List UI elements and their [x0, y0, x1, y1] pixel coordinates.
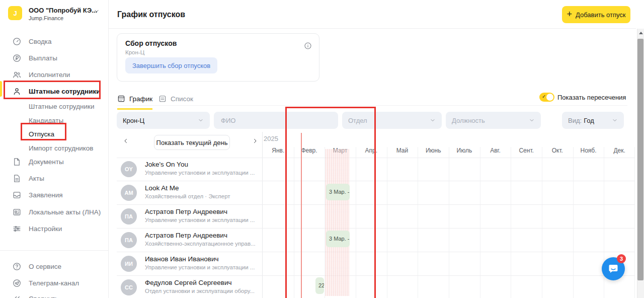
- sidebar-item-about[interactable]: О сервисе: [0, 259, 108, 274]
- vertical-scrollbar-thumb[interactable]: [637, 39, 643, 280]
- employee-row[interactable]: СС Федулов Сергей Сергеевич Отдел устано…: [117, 276, 635, 298]
- month-label: Май: [387, 147, 418, 158]
- card-title: Сбор отпусков: [125, 39, 177, 47]
- vacation-schedule-page: J ООО "Попробуй КЭ... Jump.Finance Сводк…: [0, 0, 644, 298]
- employee-department: Хозяйственный отдел · Эксперт: [145, 193, 230, 199]
- sidebar: J ООО "Попробуй КЭ... Jump.Finance Сводк…: [0, 0, 109, 298]
- employee-department: Управление установки и эксплуатации ...: [145, 264, 255, 270]
- sidebar-item-payouts[interactable]: Выплаты: [0, 50, 108, 66]
- add-vacation-button[interactable]: + Добавить отпуск: [562, 6, 630, 23]
- month-label: Авг.: [480, 147, 511, 158]
- ruble-icon: [12, 53, 22, 63]
- vacation-badge[interactable]: 3 Мар. - 2: [326, 231, 350, 247]
- card-subtitle: Крон-Ц: [125, 49, 144, 55]
- intersections-toggle[interactable]: ✓: [539, 93, 554, 102]
- sliders-icon: [12, 224, 22, 234]
- next-period-button[interactable]: [252, 137, 259, 144]
- telegram-icon: [12, 278, 22, 288]
- page-title: График отпусков: [117, 10, 185, 19]
- avatar: СС: [121, 279, 137, 295]
- toggle-knob: [546, 94, 553, 101]
- employee-row[interactable]: ИИ Иванов Иван Иванович Управление устан…: [117, 252, 635, 276]
- month-label: Дек.: [604, 147, 635, 158]
- prev-period-button[interactable]: [122, 137, 129, 144]
- employee-row[interactable]: AM Look At Me Хозяйственный отдел · Эксп…: [117, 181, 635, 205]
- sidebar-item-applications[interactable]: Заявления: [0, 187, 108, 203]
- employee-row[interactable]: ПА Астратов Петр Андреевич Управление ус…: [117, 205, 635, 229]
- employee-department: Управление установки и эксплуатации ...: [145, 170, 255, 176]
- month-label: Янв.: [263, 147, 294, 158]
- avatar: ПА: [121, 232, 137, 248]
- tab-schedule[interactable]: График: [117, 92, 152, 110]
- chevron-down-icon: [529, 117, 535, 123]
- avatar: OY: [121, 161, 137, 177]
- fio-input[interactable]: [220, 116, 332, 125]
- scrollbar-up-arrow[interactable]: [639, 32, 643, 34]
- chevron-down-icon: [612, 117, 618, 123]
- sidebar-item-contractors[interactable]: Исполнители: [0, 67, 108, 83]
- fio-filter-field[interactable]: [214, 112, 338, 129]
- tab-list[interactable]: Список: [158, 92, 193, 110]
- avatar: ПА: [121, 208, 137, 225]
- calendar-grid-icon: [117, 95, 125, 103]
- avatar: ИИ: [121, 256, 137, 272]
- position-filter-select[interactable]: Должность: [446, 112, 541, 129]
- vacation-collection-card: Сбор отпусков Крон-Ц Завершить сбор отпу…: [117, 33, 319, 82]
- person-icon: [12, 87, 22, 97]
- sidebar-item-telegram-channel[interactable]: Телеграм-канал: [0, 275, 108, 291]
- vacation-badge[interactable]: 3 Мар. - 2: [326, 184, 350, 200]
- sidebar-item-summary[interactable]: Сводка: [0, 34, 108, 49]
- employee-row[interactable]: OY Joke's On You Управление установки и …: [117, 158, 635, 181]
- company-filter-select[interactable]: Крон-Ц: [117, 112, 210, 129]
- month-label: Июнь: [418, 147, 449, 158]
- plus-icon: +: [567, 10, 572, 19]
- sidebar-item-settings[interactable]: Настройки: [0, 221, 108, 237]
- finish-collection-button[interactable]: Завершить сбор отпусков: [125, 57, 217, 73]
- sidebar-item-local-acts[interactable]: Локальные акты (ЛНА): [0, 204, 108, 220]
- tabs-underline: [117, 105, 627, 106]
- chevron-down-icon[interactable]: [94, 8, 100, 14]
- inbox-icon: [12, 190, 22, 200]
- header-divider: [109, 28, 636, 29]
- employee-name: Федулов Сергей Сергеевич: [145, 279, 232, 286]
- chevron-down-icon: [430, 117, 436, 123]
- month-label: Окт.: [542, 147, 573, 158]
- company-logo: J: [8, 6, 22, 20]
- sidebar-item-staff-employees[interactable]: Штатные сотрудники: [0, 84, 108, 99]
- chat-bubble-icon: [607, 263, 619, 275]
- info-icon[interactable]: [304, 42, 312, 50]
- document-lines-icon: [12, 174, 22, 184]
- employee-name: Look At Me: [145, 184, 179, 192]
- sidebar-subitem-staff-employees[interactable]: Штатные сотрудники: [0, 99, 108, 114]
- department-filter-select[interactable]: Отдел: [342, 112, 442, 129]
- sidebar-subitem-vacations[interactable]: Отпуска: [0, 126, 108, 142]
- newspaper-icon: [12, 207, 22, 217]
- sidebar-item-acts[interactable]: Акты: [0, 171, 108, 186]
- people-icon: [12, 70, 22, 80]
- logo-letter: J: [13, 10, 17, 17]
- question-circle-icon: [12, 262, 22, 272]
- employee-name: Астратов Петр Андреевич: [145, 232, 227, 239]
- document-icon: [12, 157, 22, 167]
- intersections-toggle-label: Показать пересечения: [557, 94, 626, 101]
- employee-name: Joke's On You: [145, 161, 188, 168]
- month-label: Июль: [449, 147, 480, 158]
- org-switcher[interactable]: ООО "Попробуй КЭ...: [29, 7, 97, 14]
- sidebar-item-documents[interactable]: Документы: [0, 154, 108, 170]
- avatar: AM: [121, 185, 137, 201]
- current-day-line: [301, 133, 302, 298]
- chevron-down-icon: [198, 117, 204, 123]
- month-label: Апр.: [356, 147, 387, 158]
- list-icon: [158, 95, 167, 103]
- show-current-day-button[interactable]: Показать текущий день: [154, 135, 230, 150]
- vacation-badge[interactable]: 22: [315, 277, 324, 294]
- chat-unread-badge: 3: [617, 254, 626, 263]
- check-icon: ✓: [542, 94, 546, 99]
- sidebar-divider: [0, 250, 108, 251]
- sidebar-item-collapse[interactable]: Свернуть: [0, 291, 108, 298]
- vacation-overlap-band: [326, 149, 350, 296]
- employee-name: Иванов Иван Иванович: [145, 255, 219, 263]
- month-label: Сент.: [511, 147, 542, 158]
- view-filter-select[interactable]: Вид: Год: [562, 112, 624, 129]
- employee-row[interactable]: ПА Астратов Петр Андреевич Хозяйственно-…: [117, 229, 635, 252]
